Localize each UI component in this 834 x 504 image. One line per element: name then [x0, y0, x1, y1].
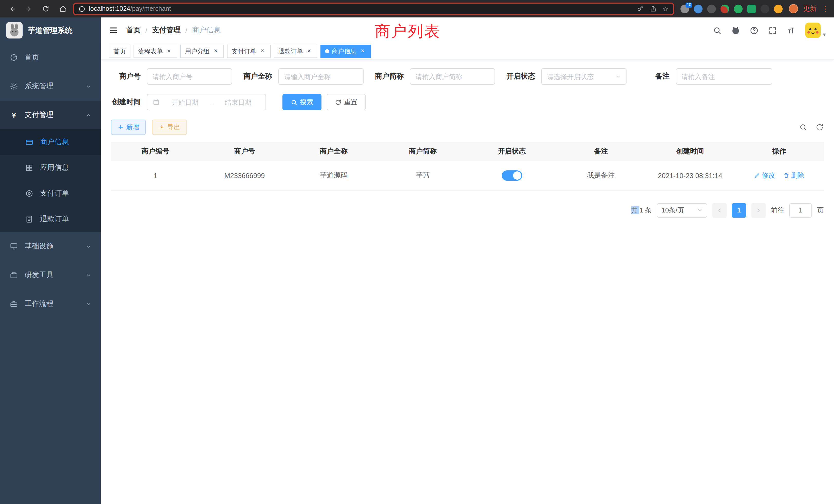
total-count: 共 1 条: [631, 206, 652, 215]
cell-merchant-id: 1: [111, 161, 200, 190]
merchant-no-input-inner[interactable]: [153, 73, 226, 80]
sidebar-item-system[interactable]: 系统管理: [0, 72, 101, 100]
hide-search-icon[interactable]: [799, 123, 807, 131]
full-name-input[interactable]: [278, 68, 364, 85]
help-icon[interactable]: [750, 26, 759, 35]
app-logo[interactable]: 芋道管理系统: [0, 18, 101, 43]
browser-back-button[interactable]: [5, 2, 19, 16]
sidebar-item-infrastructure[interactable]: 基础设施: [0, 232, 101, 261]
github-icon[interactable]: [731, 26, 740, 35]
browser-forward-button[interactable]: [22, 2, 36, 16]
tab-merchant-info[interactable]: 商户信息×: [321, 45, 371, 58]
sidebar-item-pay-order[interactable]: 支付订单: [0, 181, 101, 206]
next-page-button[interactable]: [751, 203, 766, 217]
end-date-input[interactable]: [216, 98, 260, 106]
key-icon[interactable]: [637, 5, 644, 12]
sidebar-item-label: 退款订单: [40, 214, 69, 224]
close-icon[interactable]: ×: [212, 48, 219, 55]
short-name-input[interactable]: [410, 68, 495, 85]
extension-icon[interactable]: [707, 4, 716, 13]
breadcrumb-pay-management[interactable]: 支付管理: [152, 26, 181, 35]
close-icon[interactable]: ×: [359, 48, 366, 55]
close-icon[interactable]: ×: [259, 48, 266, 55]
sidebar-item-app-info[interactable]: 应用信息: [0, 155, 101, 181]
download-icon: [159, 124, 165, 130]
reset-button-label: 重置: [344, 97, 357, 107]
fullscreen-icon[interactable]: [769, 26, 777, 35]
extension-icon[interactable]: 10: [680, 4, 689, 13]
date-range-picker[interactable]: -: [147, 94, 266, 110]
status-toggle[interactable]: [502, 170, 522, 181]
remark-input-inner[interactable]: [681, 73, 767, 80]
tab-label: 支付订单: [232, 47, 256, 56]
search-icon[interactable]: [713, 26, 722, 35]
target-icon: [25, 189, 34, 198]
sidebar: 芋道管理系统 首页 系统管理 ¥ 支付管理 商户信息: [0, 18, 101, 504]
tab-home[interactable]: 首页: [109, 45, 130, 58]
tab-user-group[interactable]: 用户分组×: [180, 45, 224, 58]
edit-button-label: 修改: [762, 171, 775, 180]
tab-process-form[interactable]: 流程表单×: [133, 45, 177, 58]
column-header: 商户全称: [289, 142, 378, 161]
top-navbar: 首页 / 支付管理 / 商户信息 商户列表: [101, 18, 834, 43]
short-name-input-inner[interactable]: [415, 73, 489, 80]
cell-remark: 我是备注: [556, 161, 645, 190]
merchant-no-input[interactable]: [147, 68, 232, 85]
status-select-inner[interactable]: [547, 73, 612, 80]
tab-label: 退款订单: [278, 47, 303, 56]
browser-update-button[interactable]: 更新: [803, 4, 816, 13]
close-icon[interactable]: ×: [306, 48, 313, 55]
reset-button[interactable]: 重置: [327, 94, 366, 110]
share-icon[interactable]: [650, 5, 657, 12]
sidebar-fold-icon[interactable]: [109, 26, 118, 35]
bookmark-star-icon[interactable]: ☆: [663, 5, 668, 12]
sidebar-item-label: 基础设施: [25, 242, 53, 251]
edit-button[interactable]: 修改: [754, 171, 775, 180]
search-button[interactable]: 搜索: [282, 94, 322, 110]
tab-refund-order[interactable]: 退款订单×: [274, 45, 317, 58]
sidebar-item-pay[interactable]: ¥ 支付管理: [0, 100, 101, 129]
page-size-select[interactable]: 10条/页: [657, 203, 707, 217]
chevron-down-icon: [86, 244, 91, 249]
tab-pay-order[interactable]: 支付订单×: [227, 45, 271, 58]
extension-icon[interactable]: [734, 4, 743, 13]
browser-home-button[interactable]: [56, 2, 69, 16]
breadcrumb-home[interactable]: 首页: [126, 26, 141, 35]
extension-icon[interactable]: [774, 4, 783, 13]
browser-menu-icon[interactable]: ⋮: [822, 5, 829, 13]
font-size-icon[interactable]: [787, 26, 796, 35]
remark-input[interactable]: [676, 68, 772, 85]
filter-row-1: 商户号 商户全称 商户简称 开启状态: [111, 68, 824, 85]
extension-icon[interactable]: [694, 4, 703, 13]
url-path: /pay/merchant: [130, 5, 171, 12]
goto-page-input[interactable]: [789, 203, 812, 217]
close-icon[interactable]: ×: [166, 48, 173, 55]
prev-page-button[interactable]: [712, 203, 727, 217]
start-date-input[interactable]: [163, 98, 207, 106]
sidebar-item-merchant-info[interactable]: 商户信息: [0, 129, 101, 155]
sidebar-item-refund-order[interactable]: 退款订单: [0, 206, 101, 232]
export-button[interactable]: 导出: [152, 120, 187, 135]
extension-icon[interactable]: [721, 4, 729, 13]
refresh-table-icon[interactable]: [815, 123, 824, 131]
user-avatar[interactable]: ▾: [806, 23, 826, 38]
browser-reload-button[interactable]: [39, 2, 52, 16]
extension-icon[interactable]: [747, 4, 756, 13]
cell-full-name: 芋道源码: [289, 161, 378, 190]
sidebar-item-devtools[interactable]: 研发工具: [0, 261, 101, 290]
page-number-1[interactable]: 1: [732, 203, 746, 217]
app-body: 芋道管理系统 首页 系统管理 ¥ 支付管理 商户信息: [0, 18, 834, 504]
browser-profile-avatar[interactable]: [789, 4, 798, 13]
address-bar[interactable]: localhost:1024/pay/merchant ☆: [73, 2, 674, 15]
add-button[interactable]: 新增: [111, 120, 146, 135]
sidebar-item-home[interactable]: 首页: [0, 43, 101, 72]
delete-button[interactable]: 删除: [783, 171, 804, 180]
extension-icon[interactable]: [761, 4, 769, 13]
status-select[interactable]: [541, 68, 627, 85]
sidebar-item-workflow[interactable]: 工作流程: [0, 290, 101, 318]
tab-label: 流程表单: [138, 47, 163, 56]
browser-window: localhost:1024/pay/merchant ☆ 10 更新 ⋮: [0, 0, 834, 504]
sidebar-submenu-pay: 商户信息 应用信息 支付订单 退款订单: [0, 129, 101, 232]
active-tab-dot: [325, 49, 329, 53]
full-name-input-inner[interactable]: [284, 73, 358, 80]
